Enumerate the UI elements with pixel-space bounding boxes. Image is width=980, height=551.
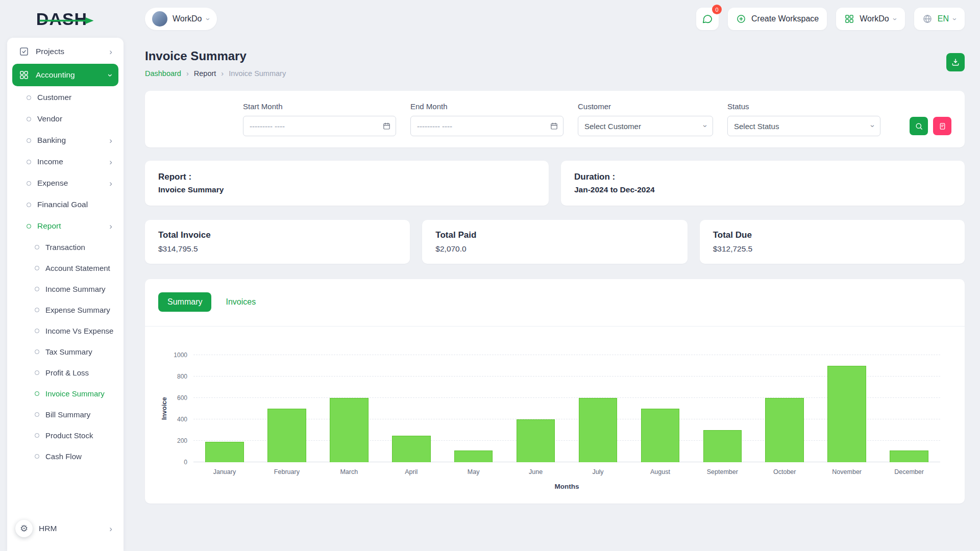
sidebar-item-income-summary[interactable]: Income Summary [12, 279, 118, 299]
chat-icon [702, 13, 713, 24]
bullet-icon [27, 117, 31, 121]
globe-icon [922, 14, 933, 24]
sidebar-item-accounting[interactable]: Accounting› [12, 64, 118, 86]
create-workspace-button[interactable]: Create Workspace [728, 8, 827, 30]
bar-july[interactable] [579, 398, 618, 462]
chevron-down-icon: › [107, 73, 115, 77]
bar-slot [629, 355, 691, 462]
y-axis-tick: 0 [184, 459, 187, 466]
search-icon [915, 122, 923, 131]
y-axis-title: Invoice [160, 355, 168, 462]
reset-button[interactable] [933, 117, 951, 135]
language-button[interactable]: EN › [914, 8, 965, 30]
sidebar-item-bill-summary[interactable]: Bill Summary [12, 405, 118, 424]
workspace-menu-button[interactable]: WorkDo › [836, 8, 905, 30]
plus-circle-icon [736, 14, 746, 24]
sidebar-item-expense-summary[interactable]: Expense Summary [12, 300, 118, 320]
main-content: WorkDo › 0 Create Workspace WorkDo › EN … [124, 0, 980, 504]
chevron-right-icon: › [109, 222, 112, 231]
app-logo[interactable]: DASH [0, 0, 124, 38]
start-month-input[interactable] [243, 116, 396, 136]
sidebar-item-tax-summary[interactable]: Tax Summary [12, 342, 118, 362]
sidebar-item-projects[interactable]: Projects› [12, 40, 118, 63]
bar-slot [878, 355, 940, 462]
customer-select[interactable]: Select Customer [578, 116, 713, 136]
sidebar-item-cash-flow[interactable]: Cash Flow [12, 446, 118, 466]
download-button[interactable] [946, 53, 965, 71]
x-axis-label: September [691, 468, 753, 475]
chevron-down-icon: › [205, 18, 212, 20]
sidebar-item-hrm[interactable]: ⚙HRM› [12, 514, 118, 543]
sidebar-item-income[interactable]: Income› [12, 152, 118, 172]
chevron-down-icon: › [892, 18, 899, 20]
chart-tabs: SummaryInvoices [145, 279, 965, 327]
sidebar-item-profit-loss[interactable]: Profit & Loss [12, 363, 118, 383]
sidebar-item-label: Income [37, 157, 63, 166]
sidebar-item-transaction[interactable]: Transaction [12, 237, 118, 257]
sidebar-item-income-vs-expense[interactable]: Income Vs Expense [12, 321, 118, 341]
bullet-icon [35, 349, 39, 354]
sidebar-item-account-statement[interactable]: Account Statement [12, 258, 118, 278]
end-month-input[interactable] [410, 116, 564, 136]
sidebar-item-label: Cash Flow [45, 452, 82, 461]
report-card-label: Report : [158, 172, 535, 182]
messages-badge: 0 [712, 5, 722, 14]
page-title-block: Invoice Summary Dashboard›Report›Invoice… [145, 49, 286, 78]
bar-december[interactable] [890, 450, 928, 462]
bar-november[interactable] [827, 366, 866, 462]
workspace-avatar [152, 11, 167, 27]
messages-button[interactable]: 0 [696, 8, 719, 30]
status-select[interactable]: Select Status [727, 116, 880, 136]
sidebar-item-invoice-summary[interactable]: Invoice Summary [12, 384, 118, 404]
tab-summary[interactable]: Summary [158, 292, 211, 312]
bar-august[interactable] [641, 409, 680, 462]
y-axis-tick: 200 [177, 437, 187, 444]
bar-october[interactable] [765, 398, 804, 462]
bar-may[interactable] [454, 450, 493, 462]
workspace-selector[interactable]: WorkDo › [145, 8, 217, 30]
sidebar-item-label: Banking [37, 136, 66, 145]
x-axis-label: August [629, 468, 691, 475]
chevron-right-icon: › [109, 158, 112, 166]
customer-label: Customer [578, 102, 713, 111]
info-row: Report : Invoice Summary Duration : Jan-… [145, 161, 965, 206]
sidebar-item-financial-goal[interactable]: Financial Goal [12, 194, 118, 215]
sidebar-item-label: Financial Goal [37, 200, 88, 209]
sidebar-item-expense[interactable]: Expense› [12, 173, 118, 193]
bar-september[interactable] [703, 430, 742, 462]
bar-february[interactable] [267, 409, 306, 462]
bar-january[interactable] [205, 442, 244, 462]
end-month-label: End Month [410, 102, 564, 111]
y-axis-tick: 800 [177, 373, 187, 380]
x-axis-label: June [505, 468, 567, 475]
gear-circle-icon: ⚙ [15, 520, 33, 537]
bar-slot [691, 355, 753, 462]
bar-april[interactable] [392, 436, 431, 463]
sidebar-item-label: Expense [37, 179, 68, 188]
download-icon [951, 58, 960, 67]
search-button[interactable] [910, 117, 928, 135]
bar-march[interactable] [330, 398, 369, 462]
bar-slot [567, 355, 629, 462]
x-axis-label: July [567, 468, 629, 475]
y-axis-tick: 600 [177, 394, 187, 402]
bar-june[interactable] [517, 419, 555, 462]
bar-slot [193, 355, 256, 462]
plot-column: 02004006008001000 JanuaryFebruaryMarchAp… [193, 355, 940, 490]
duration-card-value: Jan-2024 to Dec-2024 [574, 185, 951, 194]
create-workspace-label: Create Workspace [751, 14, 819, 23]
breadcrumb-item-dashboard[interactable]: Dashboard [145, 69, 181, 78]
filter-card: Start Month End Month Customer Select Cu… [145, 91, 965, 147]
sidebar-item-vendor[interactable]: Vendor [12, 109, 118, 129]
breadcrumb-item-report[interactable]: Report [194, 69, 216, 78]
sidebar-item-label: Expense Summary [45, 306, 110, 314]
sidebar-item-report[interactable]: Report› [12, 216, 118, 236]
tab-invoices[interactable]: Invoices [216, 292, 265, 312]
sidebar-item-label: Income Summary [45, 285, 106, 293]
bullet-icon [27, 138, 31, 143]
bullet-icon [35, 454, 39, 459]
sidebar-item-customer[interactable]: Customer [12, 87, 118, 108]
sidebar-item-banking[interactable]: Banking› [12, 130, 118, 151]
sidebar-item-product-stock[interactable]: Product Stock [12, 425, 118, 445]
topbar: WorkDo › 0 Create Workspace WorkDo › EN … [145, 0, 965, 38]
